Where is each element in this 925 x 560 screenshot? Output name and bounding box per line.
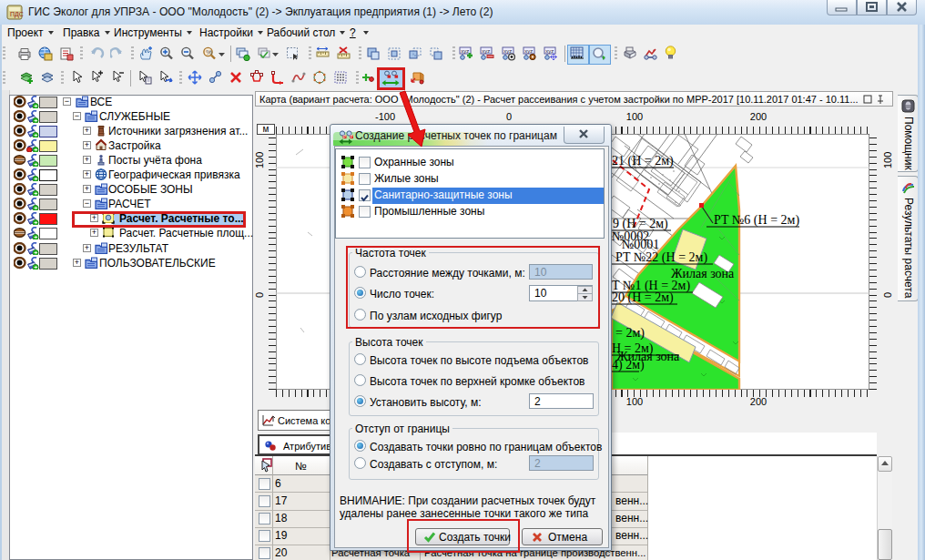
svg-text:xyz: xyz [461,48,469,54]
svg-text:РТ №6 (Н = 2м): РТ №6 (Н = 2м) [714,213,799,228]
svg-text:ПДС: ПДС [10,11,24,18]
svg-text:21 (Н = 2м): 21 (Н = 2м) [612,154,674,168]
svg-text:РТ №22 (Н = 2м): РТ №22 (Н = 2м) [615,250,707,265]
svg-text:xyz: xyz [545,48,554,54]
svg-text:№0001: №0001 [622,238,659,251]
svg-text:= 2м): = 2м) [615,326,645,341]
svg-text:%: % [206,48,212,56]
svg-text:Р: Р [343,135,346,139]
svg-text:xyz: xyz [482,48,490,54]
svg-text:Р: Р [351,135,353,139]
svg-text:4) 2м): 4) 2м) [612,358,645,372]
svg-text:xyz: xyz [503,48,512,54]
svg-text:xyz: xyz [524,48,533,54]
